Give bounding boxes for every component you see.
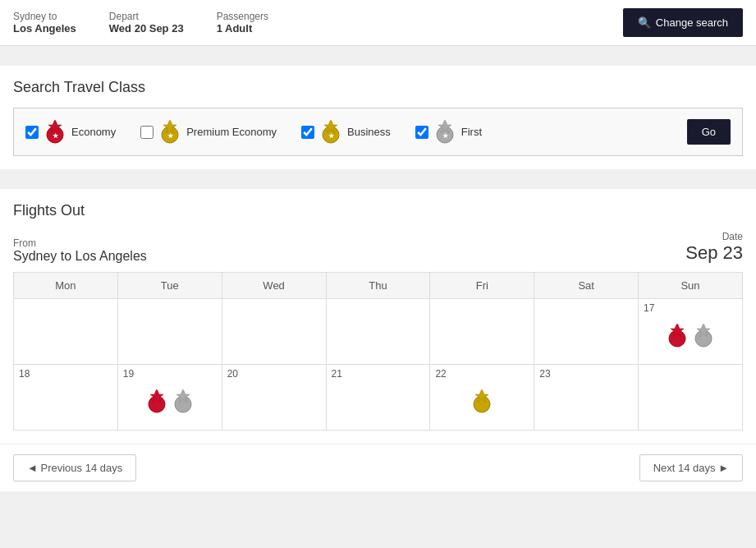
cell-empty-5[interactable] [430, 299, 534, 365]
from-value: Sydney to Los Angeles [13, 249, 147, 264]
cell-22[interactable]: 22 [430, 365, 534, 431]
next-14-days-button[interactable]: Next 14 days ► [639, 454, 743, 481]
first-checkbox[interactable] [415, 126, 428, 139]
depart-value: Wed 20 Sep 23 [109, 22, 184, 35]
cell-empty-4[interactable] [326, 299, 430, 365]
business-option[interactable]: ★ Business [301, 117, 391, 147]
gold-medal-icon [470, 386, 493, 414]
day-sat: Sat [534, 273, 639, 299]
first-medal-icon: ★ [433, 117, 456, 147]
travel-class-section: Search Travel Class ★ Economy [0, 66, 756, 169]
first-label: First [461, 126, 482, 138]
passengers-label: Passengers [217, 11, 268, 22]
prev-14-days-button[interactable]: ◄ Previous 14 days [13, 454, 136, 481]
travel-class-row: ★ Economy ★ Premium Economy [13, 108, 743, 156]
cell-empty-3[interactable] [222, 299, 326, 365]
cell-21[interactable]: 21 [326, 365, 430, 431]
premium-economy-option[interactable]: ★ Premium Economy [140, 117, 277, 147]
silver-medal-icon [692, 320, 715, 348]
day-mon: Mon [14, 273, 118, 299]
from-label: From [13, 237, 147, 249]
day-wed: Wed [222, 273, 326, 299]
calendar-table: Mon Tue Wed Thu Fri Sat Sun 17 [13, 272, 743, 431]
depart-group: Depart Wed 20 Sep 23 [109, 11, 184, 35]
cell-empty-2[interactable] [117, 299, 222, 365]
travel-class-title: Search Travel Class [13, 79, 743, 96]
svg-text:★: ★ [167, 132, 174, 140]
premium-economy-medal-icon: ★ [158, 117, 181, 147]
table-row: 18 19 [14, 365, 743, 431]
premium-economy-checkbox[interactable] [140, 126, 153, 139]
header-info: Sydney to Los Angeles Depart Wed 20 Sep … [13, 11, 268, 35]
svg-text:★: ★ [328, 132, 335, 140]
go-button[interactable]: Go [687, 119, 731, 145]
cell-20[interactable]: 20 [222, 365, 326, 431]
from-group: From Sydney to Los Angeles [13, 237, 147, 264]
day-number-17: 17 [644, 302, 737, 314]
economy-checkbox[interactable] [25, 126, 39, 139]
date-value: Sep 23 [685, 242, 743, 264]
business-checkbox[interactable] [301, 126, 314, 139]
premium-economy-label: Premium Economy [186, 126, 277, 138]
navigation-row: ◄ Previous 14 days Next 14 days ► [0, 444, 756, 491]
medals-19 [123, 383, 217, 418]
day-number-23: 23 [539, 368, 633, 380]
depart-label: Depart [109, 11, 184, 22]
business-label: Business [347, 126, 391, 138]
svg-text:★: ★ [442, 132, 448, 140]
silver-medal-icon [172, 386, 195, 414]
search-icon: 🔍 [638, 16, 651, 29]
route-label: Sydney to [13, 11, 76, 22]
header-bar: Sydney to Los Angeles Depart Wed 20 Sep … [0, 0, 756, 46]
day-number-19: 19 [123, 368, 217, 380]
economy-label: Economy [71, 126, 116, 138]
cell-23[interactable]: 23 [534, 365, 639, 431]
change-search-label: Change search [656, 16, 728, 29]
cell-empty-sun2[interactable] [639, 365, 743, 431]
passengers-value: 1 Adult [217, 22, 268, 35]
economy-medal-icon: ★ [44, 117, 66, 147]
day-number-18: 18 [19, 368, 112, 380]
table-row: 17 [14, 299, 743, 365]
cell-18[interactable]: 18 [14, 365, 118, 431]
svg-text:★: ★ [53, 132, 59, 140]
date-label: Date [685, 231, 743, 242]
day-thu: Thu [326, 273, 430, 299]
flights-header: From Sydney to Los Angeles Date Sep 23 [13, 231, 743, 264]
day-fri: Fri [430, 273, 534, 299]
first-option[interactable]: ★ First [415, 117, 482, 147]
route-destination: Los Angeles [13, 22, 76, 35]
cell-17[interactable]: 17 [639, 299, 743, 365]
medals-22 [435, 383, 529, 418]
flights-out-section: Flights Out From Sydney to Los Angeles D… [0, 189, 756, 444]
day-number-21: 21 [332, 368, 425, 380]
flights-out-title: Flights Out [13, 202, 743, 219]
day-tue: Tue [117, 273, 222, 299]
cell-19[interactable]: 19 [117, 365, 222, 431]
cell-empty-6[interactable] [534, 299, 639, 365]
day-sun: Sun [639, 273, 743, 299]
cell-empty-1[interactable] [14, 299, 118, 365]
passengers-group: Passengers 1 Adult [217, 11, 268, 35]
medals-17 [644, 317, 737, 352]
business-medal-icon: ★ [319, 117, 342, 147]
day-number-20: 20 [227, 368, 321, 380]
change-search-button[interactable]: 🔍 Change search [623, 8, 743, 37]
route-group: Sydney to Los Angeles [13, 11, 76, 35]
red-medal-icon [145, 386, 168, 414]
economy-option[interactable]: ★ Economy [25, 117, 116, 147]
red-medal-icon [666, 320, 689, 348]
date-group: Date Sep 23 [685, 231, 743, 264]
day-number-22: 22 [435, 368, 529, 380]
